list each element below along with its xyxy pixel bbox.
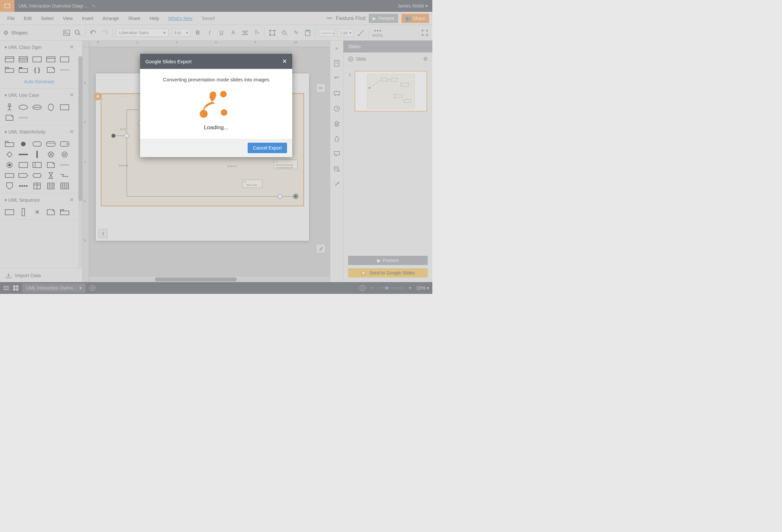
- modal-title: Google Slides Export: [145, 59, 191, 64]
- modal-message: Converting presentation mode slides into…: [148, 77, 284, 82]
- loading-text: Loading...: [148, 124, 284, 131]
- modal-header: Google Slides Export ✕: [140, 54, 292, 69]
- cancel-export-button[interactable]: Cancel Export: [248, 143, 287, 153]
- loading-logo-icon: [200, 89, 233, 118]
- svg-point-147: [200, 110, 208, 118]
- export-modal: Google Slides Export ✕ Converting presen…: [140, 54, 292, 157]
- modal-footer: Cancel Export: [140, 139, 292, 157]
- svg-point-145: [220, 91, 227, 97]
- modal-overlay: Google Slides Export ✕ Converting presen…: [0, 0, 432, 294]
- close-icon[interactable]: ✕: [282, 58, 287, 65]
- svg-point-146: [221, 109, 227, 116]
